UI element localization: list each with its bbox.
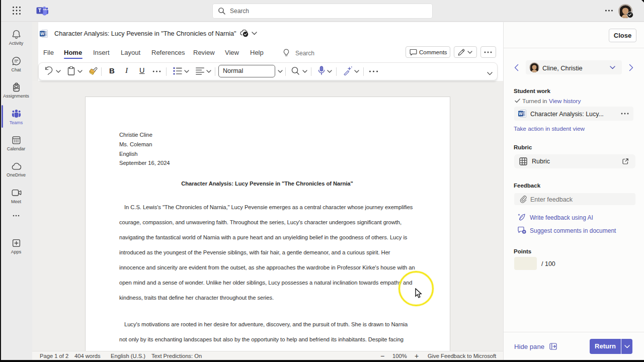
svg-text:W: W (40, 32, 44, 36)
svg-text:W: W (519, 112, 523, 116)
